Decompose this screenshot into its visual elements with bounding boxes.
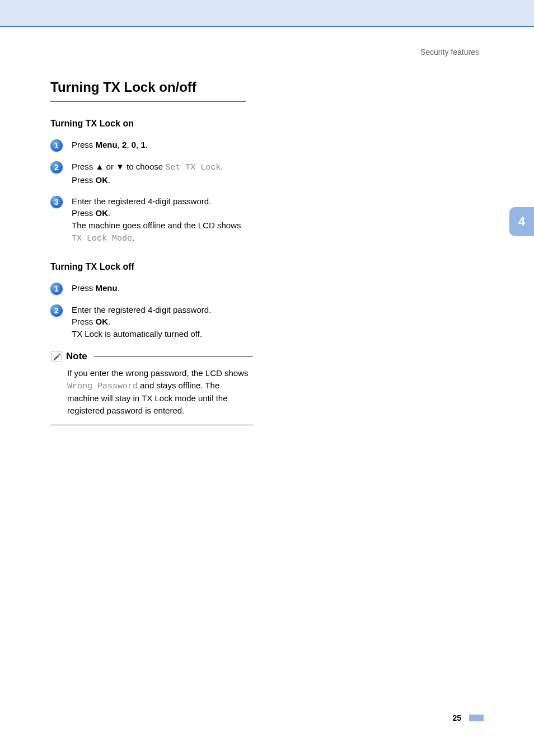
page-title: Turning TX Lock on/off: [50, 79, 246, 95]
step: 1Press Menu, 2, 0, 1.: [50, 139, 253, 152]
page-number: 25: [452, 713, 461, 722]
step-number-badge: 1: [50, 283, 63, 295]
subheading-off: Turning TX Lock off: [50, 262, 253, 272]
step: 1Press Menu.: [50, 282, 253, 295]
step-text: Press Menu.: [72, 282, 120, 294]
note-line-bottom: [50, 425, 253, 425]
step-number-badge: 1: [50, 139, 63, 152]
page-footer: 25: [452, 713, 484, 722]
step-number-badge: 3: [50, 196, 63, 208]
step-text: Enter the registered 4-digit password.Pr…: [72, 195, 253, 245]
note-header: Note: [50, 350, 253, 363]
note-line-top: [94, 356, 253, 356]
step-number-badge: 2: [50, 161, 63, 173]
main-heading-container: Turning TX Lock on/off: [50, 79, 246, 102]
note-title: Note: [66, 351, 87, 362]
content-column: Turning TX Lock on 1Press Menu, 2, 0, 1.…: [50, 114, 253, 425]
footer-accent: [469, 715, 484, 721]
step-text: Press Menu, 2, 0, 1.: [72, 139, 148, 151]
steps-on: 1Press Menu, 2, 0, 1.2Press ▲ or ▼ to ch…: [50, 139, 253, 245]
note-pencil-icon: [50, 350, 63, 363]
header-band: [0, 0, 534, 27]
note-block: Note If you enter the wrong password, th…: [50, 350, 253, 425]
step-text: Press ▲ or ▼ to choose Set TX Lock.Press…: [72, 161, 223, 186]
note-body: If you enter the wrong password, the LCD…: [50, 367, 253, 425]
step: 2Enter the registered 4-digit password.P…: [50, 304, 253, 340]
step: 2Press ▲ or ▼ to choose Set TX Lock.Pres…: [50, 161, 253, 186]
subheading-on: Turning TX Lock on: [50, 119, 253, 129]
step-text: Enter the registered 4-digit password.Pr…: [72, 304, 211, 340]
section-turn-on: Turning TX Lock on 1Press Menu, 2, 0, 1.…: [50, 119, 253, 245]
step: 3Enter the registered 4-digit password.P…: [50, 195, 253, 245]
steps-off: 1Press Menu.2Enter the registered 4-digi…: [50, 282, 253, 340]
breadcrumb: Security features: [420, 48, 479, 57]
chapter-tab: 4: [509, 207, 534, 236]
section-turn-off: Turning TX Lock off 1Press Menu.2Enter t…: [50, 262, 253, 340]
step-number-badge: 2: [50, 304, 63, 317]
